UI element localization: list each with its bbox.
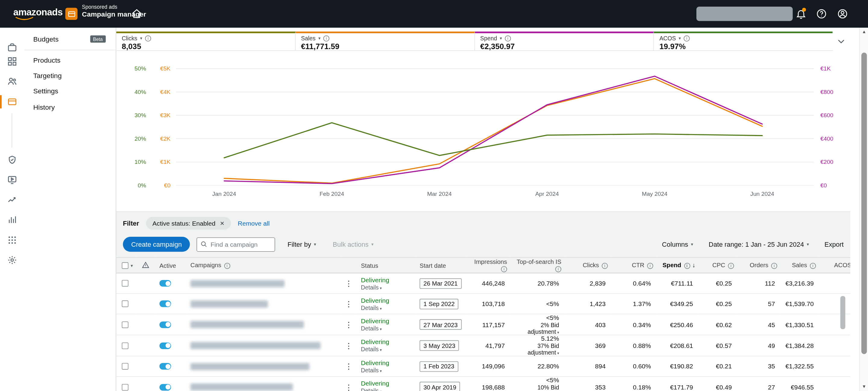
campaign-name-redacted[interactable] [190,342,321,350]
row-checkbox[interactable] [122,384,128,391]
rail-item-brand-protection[interactable] [7,155,17,165]
bulk-actions-dropdown[interactable]: Bulk actions▾ [333,240,373,248]
header-sales[interactable]: Salesi [781,258,819,273]
filter-by-dropdown[interactable]: Filter by▾ [287,240,316,248]
account-icon[interactable] [837,8,848,20]
details-expander[interactable]: Details▾ [361,387,415,391]
header-campaigns[interactable]: Campaignsi [186,258,341,273]
chevron-down-icon[interactable]: ▾ [140,36,142,41]
close-icon[interactable]: ✕ [220,220,224,226]
info-icon[interactable]: i [771,263,777,269]
amazonads-logo[interactable]: amazonads [13,7,62,19]
info-icon[interactable]: i [684,35,689,41]
header-orders[interactable]: Ordersi [738,258,781,273]
chevron-down-icon[interactable]: ▾ [679,36,681,41]
rail-item-reports[interactable] [7,215,17,225]
kebab-menu-icon[interactable]: ⋮ [345,320,352,329]
kebab-menu-icon[interactable]: ⋮ [345,383,352,391]
row-checkbox[interactable] [122,280,128,287]
kebab-menu-icon[interactable]: ⋮ [345,299,352,308]
info-icon[interactable]: i [501,266,507,272]
sidebar-item-budgets[interactable]: Budgets [33,36,59,43]
campaign-name-redacted[interactable] [190,321,304,328]
rail-item-creatives[interactable] [7,175,17,185]
bid-adjustment[interactable]: 37% Bid adjustment▾ [510,343,559,356]
details-expander[interactable]: Details▾ [361,325,415,331]
header-acos[interactable]: ACOSi [819,258,850,273]
info-icon[interactable]: i [602,263,608,269]
remove-all-link[interactable]: Remove all [238,220,270,227]
rail-item-dashboard[interactable] [7,56,17,66]
rail-item-campaign-manager[interactable] [7,97,17,107]
metric-card-spend[interactable]: Spend▾i €2,350.97 [475,32,654,50]
sidebar-item-targeting[interactable]: Targeting [33,73,61,80]
date-range-dropdown[interactable]: Date range: 1 Jan - 25 Jun 2024▾ [709,240,809,248]
header-impressions[interactable]: Impressionsi [466,258,510,273]
columns-dropdown[interactable]: Columns▾ [662,240,693,248]
header-start-date[interactable]: Start date [415,258,466,273]
kebab-menu-icon[interactable]: ⋮ [345,341,352,350]
chevron-down-icon[interactable]: ▾ [318,36,320,41]
info-icon[interactable]: i [684,263,690,269]
active-toggle[interactable] [159,301,171,307]
sidebar-item-products[interactable]: Products [33,57,61,64]
page-scrollbar-thumb[interactable] [861,53,867,354]
row-checkbox[interactable] [122,301,128,307]
scroll-down-icon[interactable]: ▼ [862,384,867,389]
bid-adjustment[interactable]: 2% Bid adjustment▾ [510,321,559,335]
details-expander[interactable]: Details▾ [361,346,415,353]
rail-item-portfolios[interactable] [7,42,17,53]
metric-card-sales[interactable]: Sales▾i €11,771.59 [296,32,475,50]
header-search-redacted[interactable] [696,7,793,21]
header-top-of-search[interactable]: Top-of-search ISi [510,258,564,273]
select-all-checkbox[interactable] [122,262,128,269]
rail-item-insights[interactable] [7,195,17,205]
kebab-menu-icon[interactable]: ⋮ [345,279,352,288]
campaign-name-redacted[interactable] [190,384,293,391]
header-spend-sorted[interactable]: Spendi↓ [656,258,699,273]
chevron-down-icon[interactable]: ▾ [500,36,502,41]
row-checkbox[interactable] [122,343,128,349]
select-menu-caret-icon[interactable]: ▾ [130,263,133,268]
filter-pill-active-status[interactable]: Active status: Enabled ✕ [147,217,231,230]
campaign-search[interactable] [197,237,276,252]
campaign-name-redacted[interactable] [190,300,268,307]
active-toggle[interactable] [159,343,171,349]
campaign-name-redacted[interactable] [190,363,310,370]
export-button[interactable]: Export [824,240,844,248]
rail-item-settings[interactable] [7,255,17,265]
sidebar-item-history[interactable]: History [33,104,55,111]
page-scrollbar[interactable]: ▲ ▼ [859,28,868,391]
active-toggle[interactable] [159,384,171,391]
info-icon[interactable]: i [555,266,561,272]
info-icon[interactable]: i [505,35,511,41]
row-checkbox[interactable] [122,321,128,328]
campaign-name-redacted[interactable] [190,280,284,287]
rail-item-apps[interactable] [7,235,17,245]
sort-desc-icon[interactable]: ↓ [692,262,695,268]
header-clicks[interactable]: Clicksi [564,258,611,273]
table-scrollbar-thumb[interactable] [840,296,845,329]
create-campaign-button[interactable]: Create campaign [123,237,190,252]
bid-adjustment[interactable]: 10% Bid adjustment▾ [510,384,559,391]
header-cpc[interactable]: CPCi [699,258,738,273]
details-expander[interactable]: Details▾ [361,367,415,373]
sidebar-item-settings[interactable]: Settings [33,88,58,95]
scroll-up-icon[interactable]: ▲ [862,29,867,34]
notifications-bell-icon[interactable] [795,8,807,20]
active-toggle[interactable] [159,363,171,370]
info-icon[interactable]: i [224,263,230,269]
header-select[interactable]: ▾ [116,258,137,273]
sponsored-ads-app-icon[interactable] [65,8,78,20]
help-icon[interactable] [816,8,827,20]
rail-item-audiences[interactable] [7,76,17,86]
info-icon[interactable]: i [810,263,816,269]
metric-card-clicks[interactable]: Clicks▾i 8,035 [116,32,296,50]
home-icon[interactable] [131,8,142,20]
metric-card-acos[interactable]: ACOS▾i 19.97% [654,32,833,50]
kebab-menu-icon[interactable]: ⋮ [345,362,352,370]
details-expander[interactable]: Details▾ [361,304,415,311]
table-scrollbar[interactable] [840,274,845,390]
details-expander[interactable]: Details▾ [361,284,415,290]
header-status[interactable]: Status [356,258,415,273]
